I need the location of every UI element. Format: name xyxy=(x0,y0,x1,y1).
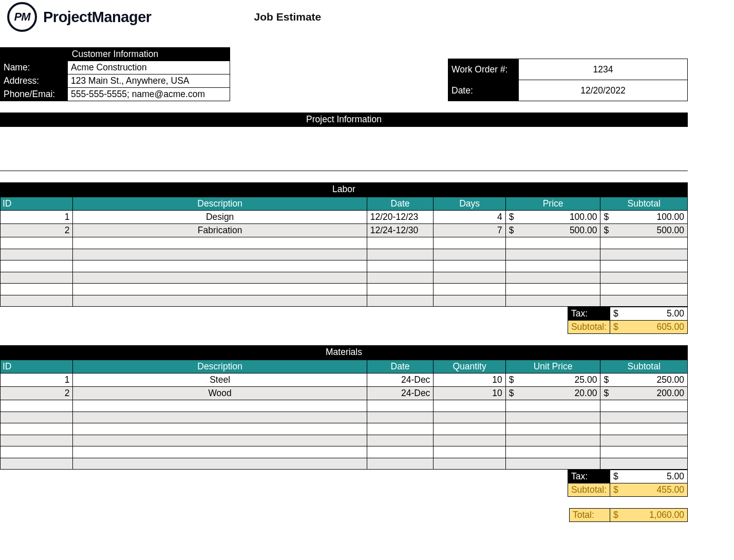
cell-date[interactable]: 12/24-12/30 xyxy=(367,224,434,237)
materials-summary: Tax: $5.00 Subtotal: $455.00 xyxy=(568,470,688,497)
labor-tax-value[interactable]: $5.00 xyxy=(610,307,688,321)
table-row[interactable] xyxy=(1,423,688,435)
table-row[interactable] xyxy=(1,412,688,423)
grand-total-label: Total: xyxy=(570,509,610,522)
cell-quantity[interactable]: 10 xyxy=(434,387,505,400)
materials-col-subtotal: Subtotal xyxy=(600,360,688,374)
labor-col-description: Description xyxy=(73,197,367,211)
grand-total-value: $1,060.00 xyxy=(610,509,688,522)
customer-address-value[interactable]: 123 Main St., Anywhere, USA xyxy=(68,74,230,88)
table-row[interactable] xyxy=(1,284,688,295)
table-row[interactable] xyxy=(1,237,688,249)
materials-header: Materials xyxy=(0,345,688,360)
table-row[interactable] xyxy=(1,458,688,470)
cell-subtotal[interactable]: $200.00 xyxy=(600,387,688,400)
table-row[interactable] xyxy=(1,295,688,307)
customer-name-label: Name: xyxy=(1,61,68,74)
cell-unitprice[interactable]: $25.00 xyxy=(505,374,600,387)
labor-table: ID Description Date Days Price Subtotal … xyxy=(0,197,688,307)
cell-price[interactable]: $100.00 xyxy=(505,211,600,224)
cell-subtotal[interactable]: $500.00 xyxy=(600,224,688,237)
cell-unitprice[interactable]: $20.00 xyxy=(505,387,600,400)
materials-subtotal-label: Subtotal: xyxy=(568,483,610,497)
table-row[interactable] xyxy=(1,260,688,272)
materials-tax-label: Tax: xyxy=(568,470,610,483)
materials-col-quantity: Quantity xyxy=(434,360,505,374)
table-row[interactable]: 1 Steel 24-Dec 10 $25.00 $250.00 xyxy=(1,374,688,387)
logo-text: ProjectManager xyxy=(43,9,152,26)
project-info-header: Project Information xyxy=(0,113,688,127)
table-row[interactable]: 2 Wood 24-Dec 10 $20.00 $200.00 xyxy=(1,387,688,400)
labor-summary: Tax: $5.00 Subtotal: $605.00 xyxy=(568,307,688,334)
cell-price[interactable]: $500.00 xyxy=(505,224,600,237)
table-row[interactable] xyxy=(1,400,688,412)
table-row[interactable] xyxy=(1,272,688,284)
labor-header: Labor xyxy=(0,182,688,197)
cell-days[interactable]: 4 xyxy=(434,211,505,224)
work-order-label: Work Order #: xyxy=(448,59,519,80)
grand-total: Total: $1,060.00 xyxy=(569,508,688,522)
table-row[interactable]: 1 Design 12/20-12/23 4 $100.00 $100.00 xyxy=(1,211,688,224)
cell-description[interactable]: Design xyxy=(73,211,367,224)
customer-name-value[interactable]: Acme Construction xyxy=(68,61,230,74)
customer-info-header: Customer Information xyxy=(1,48,230,61)
labor-col-days: Days xyxy=(434,197,505,211)
materials-subtotal-value: $455.00 xyxy=(610,483,688,497)
materials-col-description: Description xyxy=(73,360,367,374)
materials-col-date: Date xyxy=(367,360,434,374)
order-date-value[interactable]: 12/20/2022 xyxy=(519,80,688,101)
cell-id[interactable]: 1 xyxy=(1,211,73,224)
page-title: Job Estimate xyxy=(254,11,322,23)
order-info-table: Work Order #: 1234 Date: 12/20/2022 xyxy=(448,59,688,101)
logo: PM ProjectManager xyxy=(7,2,152,32)
cell-id[interactable]: 1 xyxy=(1,374,73,387)
cell-date[interactable]: 24-Dec xyxy=(367,374,434,387)
cell-description[interactable]: Wood xyxy=(73,387,367,400)
customer-address-label: Address: xyxy=(1,74,68,88)
materials-col-unitprice: Unit Price xyxy=(505,360,600,374)
labor-subtotal-label: Subtotal: xyxy=(568,321,610,334)
labor-subtotal-value: $605.00 xyxy=(610,321,688,334)
materials-table: ID Description Date Quantity Unit Price … xyxy=(0,360,688,470)
cell-subtotal[interactable]: $100.00 xyxy=(600,211,688,224)
labor-col-date: Date xyxy=(367,197,434,211)
cell-subtotal[interactable]: $250.00 xyxy=(600,374,688,387)
materials-tax-value[interactable]: $5.00 xyxy=(610,470,688,483)
materials-col-id: ID xyxy=(1,360,73,374)
cell-id[interactable]: 2 xyxy=(1,387,73,400)
labor-tax-label: Tax: xyxy=(568,307,610,321)
cell-days[interactable]: 7 xyxy=(434,224,505,237)
work-order-value[interactable]: 1234 xyxy=(519,59,688,80)
cell-date[interactable]: 12/20-12/23 xyxy=(367,211,434,224)
logo-badge-icon: PM xyxy=(7,2,37,32)
cell-quantity[interactable]: 10 xyxy=(434,374,505,387)
customer-contact-label: Phone/Emai: xyxy=(1,88,68,101)
table-row[interactable] xyxy=(1,435,688,446)
labor-col-price: Price xyxy=(505,197,600,211)
customer-contact-value[interactable]: 555-555-5555; name@acme.com xyxy=(68,88,230,101)
project-info-body[interactable] xyxy=(0,127,688,171)
labor-col-id: ID xyxy=(1,197,73,211)
cell-description[interactable]: Steel xyxy=(73,374,367,387)
table-row[interactable] xyxy=(1,446,688,458)
cell-description[interactable]: Fabrication xyxy=(73,224,367,237)
order-date-label: Date: xyxy=(448,80,519,101)
cell-id[interactable]: 2 xyxy=(1,224,73,237)
table-row[interactable]: 2 Fabrication 12/24-12/30 7 $500.00 $500… xyxy=(1,224,688,237)
customer-info-table: Customer Information Name: Acme Construc… xyxy=(0,47,230,101)
cell-date[interactable]: 24-Dec xyxy=(367,387,434,400)
document-header: PM ProjectManager Job Estimate xyxy=(0,0,688,37)
labor-col-subtotal: Subtotal xyxy=(600,197,688,211)
table-row[interactable] xyxy=(1,249,688,260)
